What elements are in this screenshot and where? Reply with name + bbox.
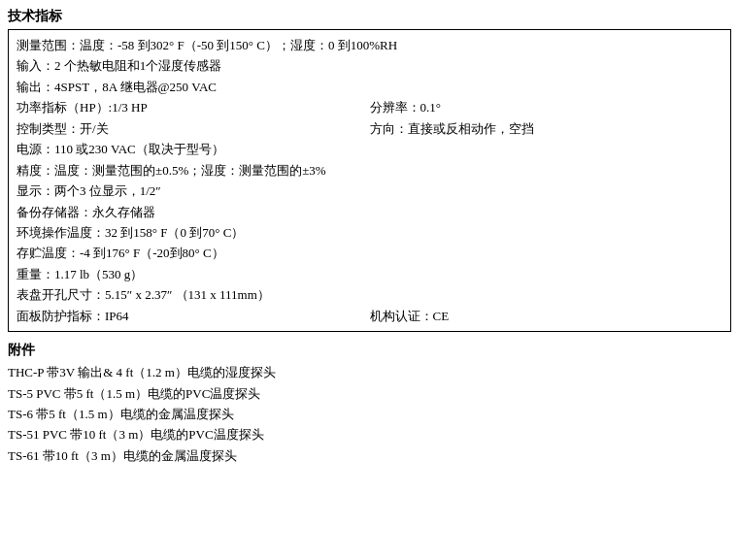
- spec-protection-col1: 面板防护指标：IP64: [17, 306, 370, 326]
- page-wrapper: 技术指标 测量范围：温度：-58 到302° F（-50 到150° C）；湿度…: [0, 0, 739, 474]
- spec-block: 测量范围：温度：-58 到302° F（-50 到150° C）；湿度：0 到1…: [8, 29, 731, 332]
- spec-text-backup: 备份存储器：永久存储器: [17, 205, 155, 219]
- accessories-list: THC-P 带3V 输出& 4 ft（1.2 m）电缆的湿度探头 TS-5 PV…: [8, 362, 731, 466]
- spec-row-precision: 精度：温度：测量范围的±0.5%；湿度：测量范围的±3%: [17, 160, 722, 181]
- spec-text-storage-temp: 存贮温度：-4 到176° F（-20到80° C）: [17, 246, 224, 260]
- spec-direction-col2: 方向：直接或反相动作，空挡: [370, 118, 723, 139]
- accessories-title: 附件: [8, 342, 731, 359]
- spec-text-measurement-range: 测量范围：温度：-58 到302° F（-50 到150° C）；湿度：0 到1…: [17, 38, 397, 52]
- accessory-item-1: TS-5 PVC 带5 ft（1.5 m）电缆的PVC温度探头: [8, 383, 731, 404]
- spec-row-power-supply: 电源：110 或230 VAC（取决于型号）: [17, 139, 722, 159]
- spec-text-weight: 重量：1.17 lb（530 g）: [17, 267, 143, 281]
- spec-text-input: 输入：2 个热敏电阻和1个湿度传感器: [17, 58, 221, 73]
- spec-text-env-temp: 环境操作温度：32 到158° F（0 到70° C）: [17, 225, 244, 240]
- spec-row-backup: 备份存储器：永久存储器: [17, 202, 722, 222]
- spec-row-power-resolution: 功率指标（HP）:1/3 HP 分辨率：0.1°: [17, 97, 722, 117]
- spec-row-storage-temp: 存贮温度：-4 到176° F（-20到80° C）: [17, 243, 722, 263]
- spec-row-weight: 重量：1.17 lb（530 g）: [17, 264, 722, 284]
- accessories-section: 附件 THC-P 带3V 输出& 4 ft（1.2 m）电缆的湿度探头 TS-5…: [8, 342, 731, 466]
- spec-row-input: 输入：2 个热敏电阻和1个湿度传感器: [17, 55, 722, 76]
- spec-resolution-col2: 分辨率：0.1°: [370, 97, 723, 117]
- spec-control-col1: 控制类型：开/关: [17, 118, 370, 139]
- tech-section: 技术指标 测量范围：温度：-58 到302° F（-50 到150° C）；湿度…: [8, 8, 731, 332]
- spec-row-output: 输出：4SPST，8A 继电器@250 VAC: [17, 77, 722, 97]
- spec-text-precision: 精度：温度：测量范围的±0.5%；湿度：测量范围的±3%: [17, 163, 326, 178]
- spec-row-protection-cert: 面板防护指标：IP64 机构认证：CE: [17, 306, 722, 326]
- spec-row-env-temp: 环境操作温度：32 到158° F（0 到70° C）: [17, 222, 722, 243]
- spec-text-display: 显示：两个3 位显示，1/2″: [17, 183, 161, 198]
- accessory-item-0: THC-P 带3V 输出& 4 ft（1.2 m）电缆的湿度探头: [8, 362, 731, 382]
- accessory-item-3: TS-51 PVC 带10 ft（3 m）电缆的PVC温度探头: [8, 424, 731, 445]
- spec-row-display: 显示：两个3 位显示，1/2″: [17, 181, 722, 201]
- spec-row-control-direction: 控制类型：开/关 方向：直接或反相动作，空挡: [17, 118, 722, 139]
- spec-text-power-supply: 电源：110 或230 VAC（取决于型号）: [17, 142, 224, 156]
- spec-row-panel-cutout: 表盘开孔尺寸：5.15″ x 2.37″ （131 x 111mm）: [17, 284, 722, 305]
- tech-title: 技术指标: [8, 8, 731, 25]
- accessory-item-4: TS-61 带10 ft（3 m）电缆的金属温度探头: [8, 445, 731, 466]
- spec-cert-col2: 机构认证：CE: [370, 306, 723, 326]
- spec-row-measurement-range: 测量范围：温度：-58 到302° F（-50 到150° C）；湿度：0 到1…: [17, 35, 722, 55]
- spec-text-panel-cutout: 表盘开孔尺寸：5.15″ x 2.37″ （131 x 111mm）: [17, 287, 270, 302]
- spec-power-col1: 功率指标（HP）:1/3 HP: [17, 97, 370, 117]
- spec-text-output: 输出：4SPST，8A 继电器@250 VAC: [17, 80, 217, 94]
- accessory-item-2: TS-6 带5 ft（1.5 m）电缆的金属温度探头: [8, 404, 731, 424]
